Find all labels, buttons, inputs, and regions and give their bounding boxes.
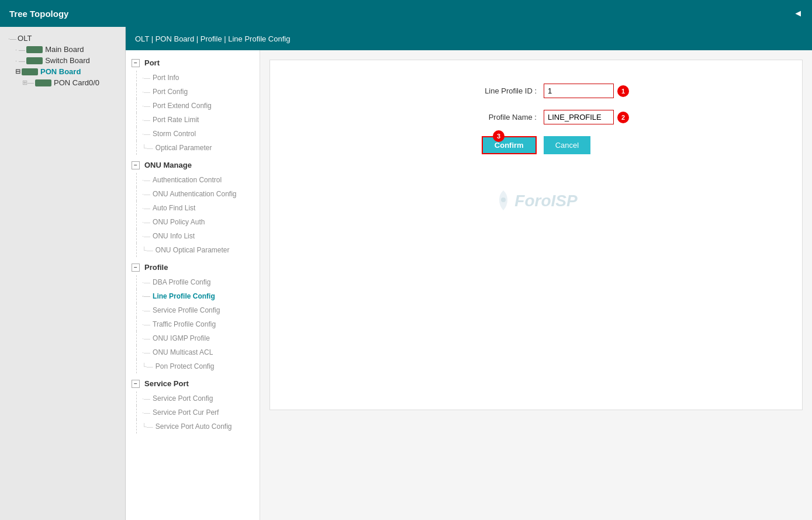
menu-item-traffic-profile-config[interactable]: ·— Traffic Profile Config	[126, 317, 260, 331]
watermark-icon	[495, 189, 512, 213]
badge-1: 1	[617, 85, 629, 97]
menu-item-onu-policy-auth[interactable]: ·— ONU Policy Auth	[126, 215, 260, 229]
menu-item-onu-optical-parameter[interactable]: └— ONU Optical Parameter	[126, 243, 260, 257]
menu-section-header-port[interactable]: − Port	[126, 55, 260, 71]
sidebar-tree: ·— OLT · — Main Board · — Switch Board ⊟…	[0, 30, 125, 91]
menu-section-label-onu-manage: ONU Manage	[144, 161, 192, 169]
menu-item-service-port-cur-perf[interactable]: ·— Service Port Cur Perf	[126, 405, 260, 420]
device-icon-switch-board	[26, 57, 43, 64]
sidebar-label-switch-board: Switch Board	[45, 56, 90, 65]
menu-section-header-service-port[interactable]: − Service Port	[126, 376, 260, 391]
sidebar-item-main-board[interactable]: · — Main Board	[4, 44, 122, 55]
sidebar: ·— OLT · — Main Board · — Switch Board ⊟…	[0, 27, 126, 520]
sidebar-item-pon-card[interactable]: ⊞— PON Card0/0	[4, 77, 122, 88]
breadcrumb-text: OLT | PON Board | Profile | Line Profile…	[135, 34, 290, 43]
menu-section-header-onu-manage[interactable]: − ONU Manage	[126, 157, 260, 173]
left-menu: − Port ·— Port Info ·— Port Config ·— Po…	[126, 50, 260, 520]
profile-name-input[interactable]	[544, 110, 614, 124]
main-layout: ·— OLT · — Main Board · — Switch Board ⊟…	[0, 27, 812, 520]
form-container: Line Profile ID : 1 Profile Name : 2 Con…	[269, 60, 803, 410]
menu-item-service-port-config[interactable]: ·— Service Port Config	[126, 391, 260, 405]
menu-section-label-profile: Profile	[144, 263, 168, 272]
menu-item-storm-control[interactable]: ·— Storm Control	[126, 127, 260, 141]
menu-item-auto-find-list[interactable]: ·— Auto Find List	[126, 201, 260, 215]
line-profile-id-input[interactable]	[544, 84, 614, 98]
watermark-text: ForoISP	[514, 192, 577, 210]
sidebar-label-main-board: Main Board	[45, 45, 84, 54]
sidebar-item-switch-board[interactable]: · — Switch Board	[4, 55, 122, 66]
menu-section-label-port: Port	[144, 58, 160, 67]
profile-name-label: Profile Name :	[443, 113, 537, 122]
menu-item-onu-multicast-acl[interactable]: ·— ONU Multicast ACL	[126, 345, 260, 359]
menu-item-port-config[interactable]: ·— Port Config	[126, 85, 260, 99]
branch-line: · —	[15, 57, 25, 64]
device-icon-pon-board	[22, 68, 38, 75]
menu-item-port-rate-limit[interactable]: ·— Port Rate Limit	[126, 113, 260, 127]
app-title: Tree Topology	[9, 9, 68, 19]
two-panel: − Port ·— Port Info ·— Port Config ·— Po…	[126, 50, 812, 520]
branch-line: · —	[15, 46, 25, 53]
menu-item-service-port-auto-config[interactable]: └— Service Port Auto Config	[126, 420, 260, 434]
device-icon-main-board	[26, 46, 43, 53]
branch-line: ·—	[8, 35, 16, 42]
line-profile-id-label: Line Profile ID :	[443, 86, 537, 95]
menu-section-port: − Port ·— Port Info ·— Port Config ·— Po…	[126, 55, 260, 155]
menu-item-auth-control[interactable]: ·— Authentication Control	[126, 173, 260, 187]
form-row-line-profile-id: Line Profile ID : 1	[305, 84, 767, 98]
sidebar-item-pon-board[interactable]: ⊟ PON Board	[4, 66, 122, 77]
menu-item-dba-profile-config[interactable]: ·— DBA Profile Config	[126, 275, 260, 289]
collapse-icon-onu-manage[interactable]: −	[132, 161, 140, 169]
form-buttons: Confirm 3 Cancel	[305, 136, 767, 154]
menu-section-onu-manage: − ONU Manage ·— Authentication Control ·…	[126, 157, 260, 257]
sidebar-label-pon-board: PON Board	[40, 67, 81, 76]
breadcrumb: OLT | PON Board | Profile | Line Profile…	[126, 27, 812, 50]
collapse-icon[interactable]: ◄	[793, 8, 803, 19]
menu-item-onu-info-list[interactable]: ·— ONU Info List	[126, 229, 260, 243]
sidebar-label-pon-card: PON Card0/0	[54, 78, 99, 87]
menu-item-port-info[interactable]: ·— Port Info	[126, 71, 260, 85]
menu-item-service-profile-config[interactable]: ·— Service Profile Config	[126, 303, 260, 317]
branch-line: ⊞—	[22, 79, 34, 86]
expand-icon: ⊟	[15, 68, 20, 75]
right-panel: Line Profile ID : 1 Profile Name : 2 Con…	[260, 50, 812, 520]
collapse-icon-service-port[interactable]: −	[132, 380, 140, 388]
menu-item-line-profile-config[interactable]: ·— Line Profile Config	[126, 289, 260, 303]
menu-section-service-port: − Service Port ·— Service Port Config ·—…	[126, 376, 260, 434]
watermark: ForoISP	[305, 189, 767, 213]
menu-section-header-profile[interactable]: − Profile	[126, 259, 260, 275]
menu-item-port-extend-config[interactable]: ·— Port Extend Config	[126, 99, 260, 113]
menu-item-pon-protect-config[interactable]: └— Pon Protect Config	[126, 359, 260, 373]
form-row-profile-name: Profile Name : 2	[305, 110, 767, 124]
menu-section-profile: − Profile ·— DBA Profile Config ·— Line …	[126, 259, 260, 373]
menu-section-label-service-port: Service Port	[144, 379, 189, 388]
menu-item-onu-igmp-profile[interactable]: ·— ONU IGMP Profile	[126, 331, 260, 345]
badge-2: 2	[617, 112, 629, 123]
device-icon-pon-card	[35, 79, 51, 86]
sidebar-item-olt[interactable]: ·— OLT	[4, 33, 122, 44]
collapse-icon-port[interactable]: −	[132, 59, 140, 67]
sidebar-label-olt: OLT	[18, 34, 32, 43]
cancel-button[interactable]: Cancel	[544, 136, 590, 154]
badge-3: 3	[493, 130, 505, 142]
svg-point-0	[501, 197, 506, 202]
menu-item-optical-parameter[interactable]: └— Optical Parameter	[126, 141, 260, 155]
confirm-button[interactable]: Confirm	[482, 136, 537, 154]
menu-item-onu-auth-config[interactable]: ·— ONU Authentication Config	[126, 187, 260, 201]
content-area: OLT | PON Board | Profile | Line Profile…	[126, 27, 812, 520]
app-header: Tree Topology ◄	[0, 0, 812, 27]
collapse-icon-profile[interactable]: −	[132, 264, 140, 272]
